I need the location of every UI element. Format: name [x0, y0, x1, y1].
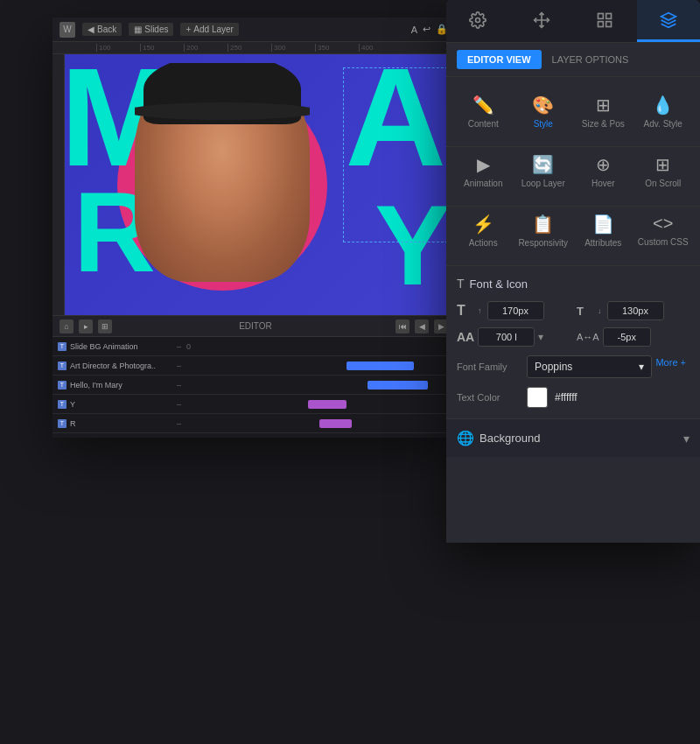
grid-item-responsivity[interactable]: 📋 Responsivity — [514, 207, 574, 255]
animation-label: Animation — [464, 179, 502, 188]
track-bar — [308, 400, 346, 409]
wp-icon: W — [60, 22, 75, 38]
editor-panel: W ◀ Back ▦ Slides + Add Layer A ↩ 🔒 100 … — [52, 18, 455, 438]
layer-options-label[interactable]: LAYER OPTIONS — [542, 50, 640, 69]
timeline-row-label: T R — [52, 419, 175, 428]
timeline-row-label: T Slide BG Animation — [52, 342, 175, 351]
editor-body: M A R Y — [52, 54, 455, 315]
text-color-label: Text Color — [457, 392, 527, 403]
timeline-btn-prev[interactable]: ◀ — [415, 319, 429, 333]
timeline-rows: T Slide BG Animation – 0 T Art Director … — [52, 337, 455, 438]
timeline-btn-home[interactable]: ⌂ — [60, 319, 74, 333]
timeline-row: T Hello, I'm Mary – — [52, 376, 455, 395]
grid-item-style[interactable]: 🎨 Style — [514, 88, 574, 136]
timeline-track — [183, 414, 455, 432]
background-section: 🌐 Background ▾ — [446, 418, 700, 457]
tab-move[interactable] — [510, 0, 574, 42]
color-swatch[interactable] — [527, 387, 548, 408]
font-size-icon-2: T — [577, 305, 594, 318]
timeline-track — [183, 395, 455, 413]
editor-timeline: ⌂ ▸ ⊞ EDITOR ⏮ ◀ ▶ T Slide BG Animation … — [52, 315, 455, 438]
undo-icon[interactable]: ↩ — [423, 24, 430, 35]
grid-item-hover[interactable]: ⊕ Hover — [573, 147, 634, 195]
grid-item-content[interactable]: ✏️ Content — [453, 88, 514, 136]
grid-item-custom-css[interactable]: <> Custom CSS — [634, 207, 694, 255]
attributes-icon: 📄 — [592, 214, 614, 235]
font-family-label: Font Family — [457, 361, 527, 372]
actions-icon: ⚡ — [472, 214, 494, 235]
responsivity-icon: 📋 — [532, 214, 554, 235]
font-size-icon-1: T — [457, 303, 474, 319]
font-family-select[interactable]: Poppins ▾ — [527, 355, 652, 378]
responsivity-label: Responsivity — [518, 238, 568, 248]
ruler-mark: 400 — [359, 44, 402, 52]
font-weight-icon: AA — [457, 330, 474, 344]
font-section-label: Font & Icon — [470, 277, 528, 291]
font-icon: T — [457, 277, 465, 291]
svg-point-0 — [476, 18, 480, 22]
font-size-group-2: T ↓ — [577, 301, 690, 320]
timeline-arrow: – — [177, 400, 181, 409]
topbar-right: A ↩ 🔒 — [411, 24, 448, 35]
slides-button[interactable]: ▦ Slides — [129, 23, 173, 36]
row-label-text: Y — [70, 400, 75, 409]
letter-spacing-input[interactable] — [603, 327, 651, 347]
tab-chart[interactable] — [573, 0, 637, 42]
grid-item-loop-layer[interactable]: 🔄 Loop Layer — [514, 147, 574, 195]
move-icon — [533, 11, 550, 29]
row-label-text: Art Director & Photogra.. — [70, 361, 156, 370]
dropdown-arrow[interactable]: ▾ — [538, 331, 543, 343]
timeline-row-label: T Y — [52, 400, 175, 409]
hover-icon: ⊕ — [596, 154, 611, 175]
editor-canvas[interactable]: M A R Y — [65, 54, 455, 315]
grid-item-animation[interactable]: ▶ Animation — [453, 147, 514, 195]
on-scroll-label: On Scroll — [645, 179, 681, 188]
font-size-input-1[interactable] — [487, 301, 544, 320]
ruler-mark: 250 — [228, 44, 271, 52]
back-button[interactable]: ◀ Back — [82, 23, 122, 36]
grid-item-size-pos[interactable]: ⊞ Size & Pos — [573, 88, 634, 136]
letter-spacing-group: A↔A — [577, 327, 690, 347]
font-size-input-2[interactable] — [607, 301, 664, 320]
person-hat — [144, 63, 301, 124]
style-label: Style — [534, 119, 553, 129]
grid-item-actions[interactable]: ⚡ Actions — [453, 207, 514, 255]
timeline-track — [183, 356, 455, 375]
timeline-btn-grid[interactable]: ⊞ — [98, 319, 112, 333]
ruler-horizontal: 100 150 200 250 300 350 400 — [52, 42, 455, 54]
tab-gear[interactable] — [446, 0, 510, 42]
svg-marker-7 — [661, 12, 676, 19]
grid-item-adv-style[interactable]: 💧 Adv. Style — [634, 88, 694, 136]
content-label: Content — [468, 119, 499, 129]
grid-item-on-scroll[interactable]: ⊞ On Scroll — [634, 147, 694, 195]
grid-item-attributes[interactable]: 📄 Attributes — [573, 207, 634, 255]
timeline-row: T Y – — [52, 395, 455, 414]
timeline-btn-arrow[interactable]: ▸ — [79, 319, 93, 333]
font-family-value: Poppins — [535, 361, 572, 373]
bg-expand-icon[interactable]: ▾ — [683, 432, 690, 446]
ruler-marks: 100 150 200 250 300 350 400 — [96, 44, 402, 52]
add-layer-button[interactable]: + Add Layer — [180, 23, 238, 36]
editor-view-button[interactable]: EDITOR VIEW — [457, 50, 542, 69]
panel-grid-row3: ⚡ Actions 📋 Responsivity 📄 Attributes <>… — [446, 207, 700, 266]
timeline-arrow: – — [177, 361, 181, 370]
track-bar — [346, 361, 415, 370]
globe-icon: 🌐 — [457, 430, 474, 446]
bg-section-header: 🌐 Background ▾ — [457, 430, 690, 446]
more-button[interactable]: More + — [652, 354, 690, 371]
layers-icon — [660, 11, 677, 29]
timeline-toolbar: ⌂ ▸ ⊞ EDITOR ⏮ ◀ ▶ — [52, 316, 455, 337]
letter-spacing-icon: A↔A — [577, 332, 599, 342]
svg-rect-4 — [606, 13, 612, 18]
timeline-btn-rewind[interactable]: ⏮ — [396, 319, 410, 333]
animation-icon: ▶ — [477, 154, 490, 175]
chart-icon — [596, 11, 613, 29]
attributes-label: Attributes — [584, 238, 621, 248]
layer-icon: T — [58, 342, 66, 351]
tab-layers[interactable] — [637, 0, 701, 42]
svg-rect-5 — [598, 21, 604, 26]
timeline-row: T A – — [52, 433, 455, 438]
person-image — [135, 63, 310, 282]
font-weight-input[interactable] — [478, 327, 535, 347]
layer-icon: T — [58, 419, 66, 428]
